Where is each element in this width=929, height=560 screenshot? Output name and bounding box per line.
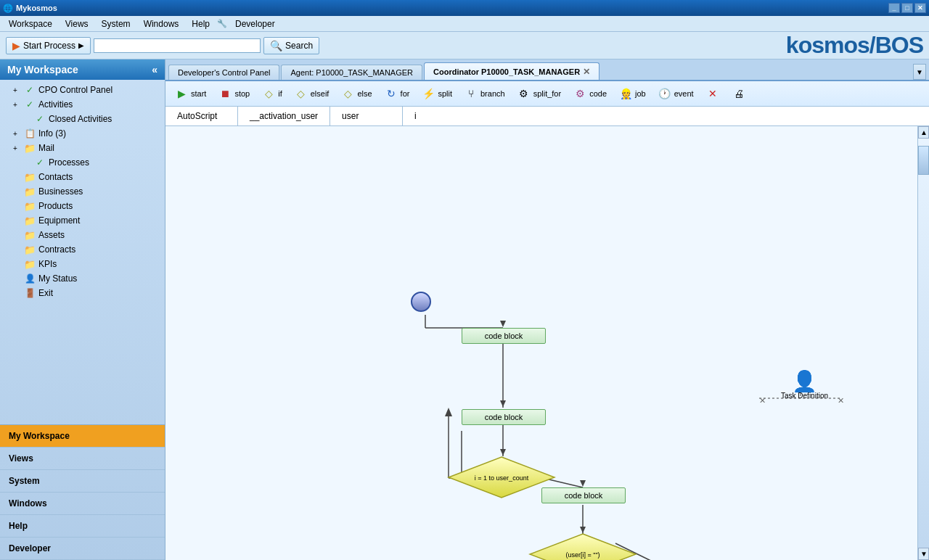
flow-node-code2[interactable]: code block [462, 409, 546, 425]
products-icon: 📁 [23, 200, 36, 212]
minimize-button[interactable]: _ [888, 3, 900, 13]
flow-node-code3[interactable]: code block [541, 487, 626, 503]
flow-close-button[interactable]: ✕ [701, 84, 724, 103]
flow-if-button[interactable]: ◇ if [257, 84, 287, 103]
scroll-up-button[interactable]: ▲ [918, 126, 929, 139]
menu-developer[interactable]: Developer [229, 17, 281, 30]
menu-system[interactable]: System [96, 17, 136, 30]
equipment-label: Equipment [38, 215, 80, 226]
title-bar-controls: _ □ ✕ [888, 3, 926, 13]
sidebar-item-businesses[interactable]: 📁 Businesses [0, 184, 165, 199]
activities-label: Activities [38, 99, 73, 110]
tab-agent[interactable]: Agent: P10000_TASK_MANAGER [281, 65, 422, 80]
tab-scroll-button[interactable]: ▼ [913, 64, 926, 80]
menu-windows[interactable]: Windows [138, 17, 185, 30]
nav-views[interactable]: Views [0, 448, 165, 470]
task-def-label: Task Definition [781, 392, 828, 400]
flow-elseif-button[interactable]: ◇ elseif [290, 84, 334, 103]
svg-text:i = 1 to user_count: i = 1 to user_count [475, 474, 529, 482]
flow-code-icon: ⚙ [573, 86, 587, 101]
flow-node-task-def[interactable]: 👤 Task Definition [781, 371, 828, 400]
menu-help[interactable]: Help [186, 17, 216, 30]
flow-event-label: event [674, 89, 694, 98]
sidebar-item-kpis[interactable]: 📁 KPIs [0, 257, 165, 271]
flow-start-button[interactable]: ▶ start [170, 84, 210, 103]
flow-for-button[interactable]: ↻ for [380, 84, 414, 103]
tab-label: Agent: P10000_TASK_MANAGER [290, 68, 413, 77]
search-container [94, 38, 261, 53]
info-icon: 📋 [23, 128, 36, 139]
flow-job-button[interactable]: 👷 job [614, 84, 650, 103]
tab-developers-control[interactable]: Developer's Control Panel [168, 65, 279, 80]
flow-canvas: code block code block [165, 126, 917, 560]
flow-event-button[interactable]: 🕐 event [653, 84, 698, 103]
flow-canvas-inner: code block code block [165, 126, 891, 560]
task-close-left[interactable]: ✕ [759, 396, 766, 405]
nav-system[interactable]: System [0, 470, 165, 493]
nav-developer[interactable]: Developer [0, 538, 165, 560]
search-button[interactable]: 🔍 Search [263, 37, 319, 54]
flow-start-circle[interactable] [411, 292, 431, 312]
contacts-label: Contacts [38, 172, 73, 182]
sidebar-item-closed-activities[interactable]: ✓ Closed Activities [0, 112, 165, 126]
flow-node-code2-label: code block [485, 413, 523, 421]
mail-label: Mail [38, 143, 54, 153]
flow-else-button[interactable]: ◇ else [336, 84, 376, 103]
flow-print-button[interactable]: 🖨 [727, 84, 750, 103]
menu-workspace[interactable]: Workspace [3, 17, 58, 30]
flow-split-button[interactable]: ⚡ split [417, 84, 457, 103]
svg-marker-20 [580, 480, 586, 487]
flow-code-button[interactable]: ⚙ code [568, 84, 611, 103]
flow-node-diamond2[interactable]: (user[i] = "") [528, 532, 637, 560]
products-label: Products [38, 201, 73, 211]
scroll-track[interactable] [918, 139, 929, 548]
nav-help[interactable]: Help [0, 515, 165, 538]
main-layout: My Workspace « + ✓ CPO Control Panel + ✓… [0, 59, 929, 560]
flow-splitfor-label: split_for [533, 89, 562, 98]
sidebar-item-equipment[interactable]: 📁 Equipment [0, 213, 165, 228]
sidebar-item-contracts[interactable]: 📁 Contracts [0, 242, 165, 257]
flow-if-icon: ◇ [261, 86, 276, 101]
menu-bar: Workspace Views System Windows Help 🔧 De… [0, 16, 929, 32]
sidebar-item-products[interactable]: 📁 Products [0, 199, 165, 213]
task-close-right[interactable]: ✕ [838, 396, 844, 405]
diamond2-svg: (user[i] = "") [528, 532, 637, 560]
toolbar: ▶ Start Process ▶ 🔍 Search kosmos/BOS [0, 32, 929, 59]
tab-coordinator[interactable]: Coordinator P10000_TASK_MANAGER ✕ [424, 62, 599, 80]
closed-icon: ✓ [33, 113, 46, 125]
flow-node-code1[interactable]: code block [462, 328, 546, 344]
tab-close-icon[interactable]: ✕ [583, 67, 590, 77]
maximize-button[interactable]: □ [901, 3, 913, 13]
sidebar-item-assets[interactable]: 📁 Assets [0, 228, 165, 242]
close-button[interactable]: ✕ [914, 3, 926, 13]
right-scrollbar[interactable]: ▲ ▼ [917, 126, 929, 560]
scroll-thumb[interactable] [918, 146, 929, 175]
sidebar-item-exit[interactable]: 🚪 Exit [0, 286, 165, 300]
sidebar-item-contacts[interactable]: 📁 Contacts [0, 170, 165, 184]
sidebar-item-mail[interactable]: + 📁 Mail [0, 141, 165, 155]
menu-views[interactable]: Views [60, 17, 94, 30]
businesses-icon: 📁 [23, 186, 36, 197]
sidebar-item-activities[interactable]: + ✓ Activities [0, 97, 165, 112]
var-bar: AutoScript __activation_user user i [165, 107, 929, 126]
flow-node-diamond1[interactable]: i = 1 to user_count [447, 456, 556, 499]
flow-splitfor-button[interactable]: ⚙ split_for [512, 84, 566, 103]
sidebar-item-info[interactable]: + 📋 Info (3) [0, 126, 165, 141]
flow-stop-button[interactable]: ⏹ stop [213, 84, 254, 103]
nav-my-workspace[interactable]: My Workspace [0, 425, 165, 448]
expand-icon: + [13, 86, 23, 94]
flow-code-label: code [589, 89, 607, 98]
nav-windows[interactable]: Windows [0, 493, 165, 515]
sidebar-collapse-icon[interactable]: « [152, 64, 157, 75]
search-input[interactable] [97, 41, 257, 51]
svg-text:(user[i] = ""): (user[i] = "") [565, 551, 599, 559]
start-process-button[interactable]: ▶ Start Process ▶ [6, 37, 91, 54]
sidebar-item-cpo[interactable]: + ✓ CPO Control Panel [0, 83, 165, 97]
sidebar-item-processes[interactable]: ✓ Processes [0, 155, 165, 170]
sidebar-tree: + ✓ CPO Control Panel + ✓ Activities ✓ C… [0, 80, 165, 424]
info-label: Info (3) [38, 128, 66, 139]
flow-branch-button[interactable]: ⑂ branch [459, 84, 509, 103]
flow-toolbar: ▶ start ⏹ stop ◇ if ◇ elseif ◇ else ↻ fo… [165, 81, 929, 107]
scroll-down-button[interactable]: ▼ [918, 548, 929, 560]
sidebar-item-my-status[interactable]: 👤 My Status [0, 271, 165, 286]
